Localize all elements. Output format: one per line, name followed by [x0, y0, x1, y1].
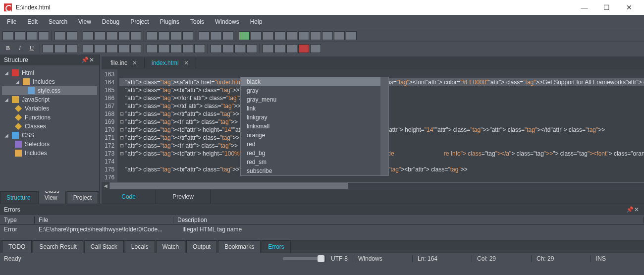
- tool-save-icon[interactable]: [26, 31, 37, 40]
- tool-view-icon[interactable]: [211, 31, 221, 40]
- error-row[interactable]: Error E:\E\share\!projects\healthwyse\fo…: [0, 225, 644, 234]
- autocomplete-item[interactable]: red_sm: [241, 158, 388, 166]
- underline-icon[interactable]: U: [26, 44, 37, 53]
- close-icon[interactable]: ✕: [88, 56, 95, 63]
- minimize-button[interactable]: —: [573, 0, 595, 15]
- tool-continue-icon[interactable]: [310, 31, 321, 40]
- col-description[interactable]: Description: [173, 217, 644, 223]
- fontcolor-icon[interactable]: [43, 44, 54, 53]
- image-icon[interactable]: [107, 44, 117, 53]
- link-icon[interactable]: [83, 44, 94, 53]
- autocomplete-item[interactable]: gray: [241, 86, 388, 95]
- ol-icon[interactable]: [234, 44, 245, 53]
- autocomplete-item[interactable]: black: [241, 77, 388, 86]
- col-type[interactable]: Type: [0, 217, 35, 223]
- tool-fullscreen-icon[interactable]: [222, 31, 233, 40]
- tool-comment-icon[interactable]: [170, 31, 181, 40]
- editor-hscrollbar[interactable]: ◀ ▶: [102, 182, 644, 190]
- autocomplete-item[interactable]: red: [241, 140, 388, 149]
- menu-windows[interactable]: Windows: [210, 16, 244, 27]
- close-icon[interactable]: ✕: [184, 59, 189, 66]
- menu-view[interactable]: View: [73, 16, 96, 27]
- tab-structure[interactable]: Structure: [0, 191, 37, 204]
- tab-search-result[interactable]: Search Result: [33, 240, 83, 253]
- tool-outdent-icon[interactable]: [159, 31, 169, 40]
- menu-edit[interactable]: Edit: [22, 16, 43, 27]
- menu-project[interactable]: Project: [125, 16, 154, 27]
- code-editor[interactable]: 1631641651661671681691701711721731741751…: [102, 69, 644, 182]
- highlight-icon[interactable]: [54, 44, 65, 53]
- tree-css[interactable]: ◢CSS: [2, 131, 97, 140]
- tab-project[interactable]: Project: [67, 191, 98, 204]
- tool-new-icon[interactable]: [2, 31, 13, 40]
- tool-replace-icon[interactable]: [130, 31, 141, 40]
- tool-format-icon[interactable]: [182, 31, 193, 40]
- tree-html[interactable]: ◢Html: [2, 68, 97, 77]
- autocomplete-item[interactable]: linksmall: [241, 122, 388, 131]
- tool-stepout-icon[interactable]: [286, 31, 297, 40]
- tool-copy-icon[interactable]: [95, 31, 106, 40]
- tool-cut-icon[interactable]: [83, 31, 94, 40]
- list-icon[interactable]: [222, 44, 233, 53]
- tab-locals[interactable]: Locals: [125, 240, 155, 253]
- span-icon[interactable]: [159, 44, 169, 53]
- pin-icon[interactable]: 📌: [626, 206, 633, 213]
- bold-icon[interactable]: B: [2, 44, 13, 53]
- tree-selectors[interactable]: Selectors: [2, 140, 97, 149]
- view-preview[interactable]: Preview: [156, 190, 211, 204]
- anchor-icon[interactable]: [95, 44, 106, 53]
- tool-paste-icon[interactable]: [107, 31, 117, 40]
- tool-stepover-icon[interactable]: [274, 31, 285, 40]
- form-icon[interactable]: [170, 44, 181, 53]
- col-file[interactable]: File: [35, 217, 173, 223]
- tool-debug-icon[interactable]: [251, 31, 262, 40]
- close-button[interactable]: ✕: [618, 0, 640, 15]
- tool-stepinto-icon[interactable]: [263, 31, 273, 40]
- tab-todo[interactable]: TODO: [2, 240, 32, 253]
- autocomplete-item[interactable]: gray_menu: [241, 95, 388, 104]
- autocomplete-popup[interactable]: blackgraygray_menulinklinkgraylinksmallo…: [240, 77, 389, 176]
- menu-plugins[interactable]: Plugins: [155, 16, 184, 27]
- scroll-left-icon[interactable]: ◀: [102, 182, 109, 189]
- li-icon[interactable]: [246, 44, 257, 53]
- menu-file[interactable]: File: [2, 16, 21, 27]
- tree-stylecss[interactable]: style.css: [2, 86, 97, 95]
- hr-icon[interactable]: [130, 44, 141, 53]
- scrollbar[interactable]: [380, 77, 388, 175]
- superscript-icon[interactable]: [66, 44, 77, 53]
- flag-icon[interactable]: [298, 44, 309, 53]
- select-icon[interactable]: [194, 44, 205, 53]
- status-mode[interactable]: INS: [590, 255, 640, 262]
- autocomplete-item[interactable]: linkgray: [241, 113, 388, 122]
- tool-browser-icon[interactable]: [199, 31, 210, 40]
- autocomplete-item[interactable]: link: [241, 104, 388, 113]
- zoom-slider[interactable]: [283, 257, 322, 260]
- div-icon[interactable]: [147, 44, 158, 53]
- grid-icon[interactable]: [310, 44, 321, 53]
- pre-icon[interactable]: [211, 44, 221, 53]
- tool-indent-icon[interactable]: [147, 31, 158, 40]
- toggle-icon[interactable]: [286, 44, 297, 53]
- tool-saveall-icon[interactable]: [38, 31, 49, 40]
- tool-run-icon[interactable]: [239, 31, 250, 40]
- tab-watch[interactable]: Watch: [156, 240, 186, 253]
- tree-javascript[interactable]: ◢JavaScript: [2, 95, 97, 104]
- menu-search[interactable]: Search: [44, 16, 72, 27]
- menu-debug[interactable]: Debug: [97, 16, 124, 27]
- status-encoding[interactable]: UTF-8: [325, 255, 353, 262]
- menu-help[interactable]: Help: [245, 16, 268, 27]
- close-icon[interactable]: ✕: [132, 59, 137, 66]
- tree-classes[interactable]: Classes: [2, 122, 97, 131]
- tab-call-stack[interactable]: Call Stack: [84, 240, 124, 253]
- tool-find-icon[interactable]: [118, 31, 129, 40]
- tab-output[interactable]: Output: [186, 240, 217, 253]
- close-icon[interactable]: ✕: [633, 206, 640, 213]
- maximize-button[interactable]: ☐: [595, 0, 618, 15]
- table-icon[interactable]: [118, 44, 129, 53]
- tool-restart-icon[interactable]: [346, 31, 357, 40]
- tool-redo-icon[interactable]: [66, 31, 77, 40]
- input-icon[interactable]: [182, 44, 193, 53]
- tree-includes[interactable]: ◢Includes: [2, 77, 97, 86]
- tool-pause-icon[interactable]: [322, 31, 333, 40]
- tree-functions[interactable]: Functions: [2, 113, 97, 122]
